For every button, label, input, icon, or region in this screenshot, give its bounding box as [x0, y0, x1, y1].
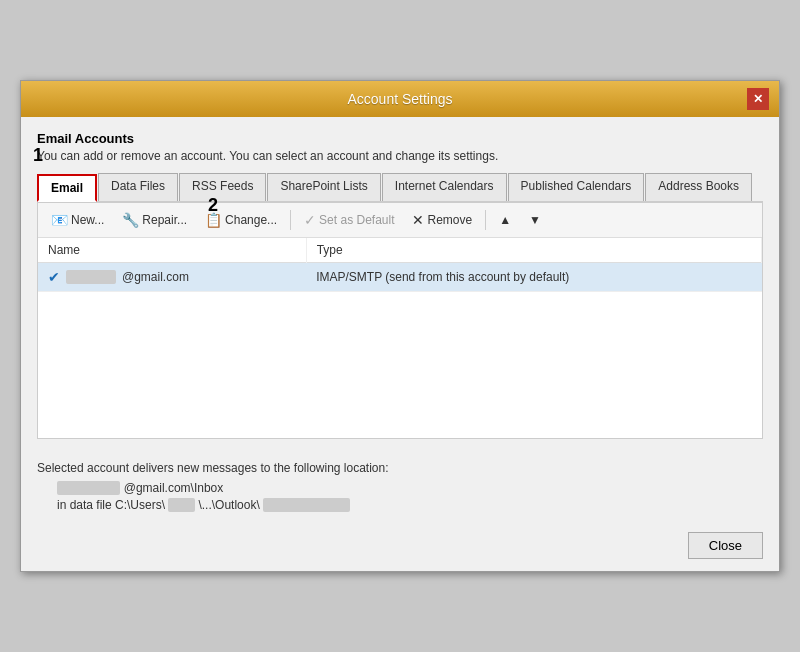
move-up-button[interactable]: ▲ [492, 209, 518, 231]
account-type-cell: IMAP/SMTP (send from this account by def… [306, 263, 761, 292]
repair-label: Repair... [142, 213, 187, 227]
toolbar-area: 2 📧 New... 🔧 Repair... 📋 Change... [38, 203, 762, 238]
col-name-header: Name [38, 238, 306, 263]
down-icon: ▼ [529, 213, 541, 227]
account-settings-dialog: Account Settings ✕ Email Accounts You ca… [20, 80, 780, 572]
data-file-blurred1 [168, 498, 195, 512]
change-label: Change... [225, 213, 277, 227]
delivery-section: Selected account delivers new messages t… [21, 449, 779, 524]
accounts-table: Name Type ✔ @gmail.com [38, 238, 762, 292]
tab-content-area: 2 📧 New... 🔧 Repair... 📋 Change... [37, 203, 763, 439]
new-icon: 📧 [51, 212, 68, 228]
tabs-wrapper: 1 Email Data Files RSS Feeds SharePoint … [37, 173, 763, 203]
up-icon: ▲ [499, 213, 511, 227]
section-title: Email Accounts [37, 131, 763, 146]
table-row[interactable]: ✔ @gmail.com IMAP/SMTP (send from this a… [38, 263, 762, 292]
repair-button[interactable]: 🔧 Repair... [115, 208, 194, 232]
delivery-label: Selected account delivers new messages t… [37, 461, 763, 475]
account-name-suffix: @gmail.com [122, 270, 189, 284]
new-button[interactable]: 📧 New... [44, 208, 111, 232]
account-name-cell: ✔ @gmail.com [38, 263, 306, 292]
tab-sharepoint-lists[interactable]: SharePoint Lists [267, 173, 380, 201]
tab-address-books[interactable]: Address Books [645, 173, 752, 201]
delivery-file: in data file C:\Users\ \...\Outlook\ [57, 498, 763, 512]
delivery-path-blurred [57, 481, 120, 495]
toolbar-separator-2 [485, 210, 486, 230]
data-file-prefix: in data file C:\Users\ [57, 498, 165, 512]
remove-label: Remove [427, 213, 472, 227]
tab-email[interactable]: Email [37, 174, 97, 202]
dialog-title: Account Settings [53, 91, 747, 107]
data-file-blurred2 [263, 498, 350, 512]
set-default-icon: ✓ [304, 212, 316, 228]
set-default-button[interactable]: ✓ Set as Default [297, 208, 401, 232]
close-x-button[interactable]: ✕ [747, 88, 769, 110]
section-desc: You can add or remove an account. You ca… [37, 149, 763, 163]
tabs-container: Email Data Files RSS Feeds SharePoint Li… [37, 173, 763, 203]
tab-internet-calendars[interactable]: Internet Calendars [382, 173, 507, 201]
delivery-path: @gmail.com\Inbox [57, 481, 763, 495]
account-name-blurred [66, 270, 116, 284]
toolbar-separator [290, 210, 291, 230]
tab-data-files[interactable]: Data Files [98, 173, 178, 201]
new-label: New... [71, 213, 104, 227]
close-button[interactable]: Close [688, 532, 763, 559]
toolbar: 📧 New... 🔧 Repair... 📋 Change... ✓ S [38, 203, 762, 238]
change-button[interactable]: 📋 Change... [198, 208, 284, 232]
set-default-label: Set as Default [319, 213, 394, 227]
dialog-footer: Close [21, 524, 779, 571]
col-type-header: Type [306, 238, 761, 263]
tab-published-calendars[interactable]: Published Calendars [508, 173, 645, 201]
change-icon: 📋 [205, 212, 222, 228]
delivery-path-suffix: @gmail.com\Inbox [124, 481, 224, 495]
annotation-badge-1: 1 [33, 145, 43, 166]
repair-icon: 🔧 [122, 212, 139, 228]
move-down-button[interactable]: ▼ [522, 209, 548, 231]
data-file-middle: \...\Outlook\ [198, 498, 259, 512]
tab-rss-feeds[interactable]: RSS Feeds [179, 173, 266, 201]
dialog-body: Email Accounts You can add or remove an … [21, 117, 779, 449]
title-bar: Account Settings ✕ [21, 81, 779, 117]
remove-button[interactable]: ✕ Remove [405, 208, 479, 232]
accounts-table-wrapper: Name Type ✔ @gmail.com [38, 238, 762, 438]
default-check-icon: ✔ [48, 269, 60, 285]
remove-icon: ✕ [412, 212, 424, 228]
